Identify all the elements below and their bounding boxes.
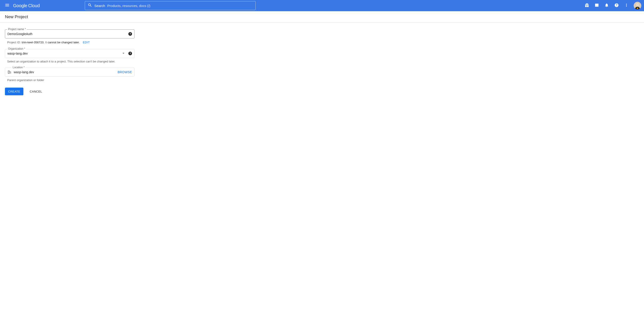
help-button[interactable] bbox=[612, 1, 621, 10]
search-icon bbox=[88, 3, 94, 8]
avatar-dot-shape bbox=[637, 8, 638, 9]
nav-menu-button[interactable] bbox=[3, 1, 12, 10]
location-input[interactable]: wasp-lang.dev BROWSE bbox=[5, 68, 134, 77]
chevron-down-icon bbox=[121, 51, 126, 56]
account-avatar[interactable] bbox=[634, 2, 641, 9]
edit-project-id-button[interactable]: EDIT bbox=[83, 41, 90, 44]
app-header: GoogleCloud Search Products, resources, … bbox=[0, 0, 644, 11]
location-label: Location * bbox=[12, 66, 26, 69]
organization-icon bbox=[8, 70, 12, 74]
project-id-dot: . bbox=[44, 41, 45, 44]
more-vert-icon bbox=[624, 3, 629, 8]
bell-icon bbox=[604, 3, 609, 8]
cancel-button[interactable]: CANCEL bbox=[26, 88, 45, 95]
search-wrap: Search Products, resources, docs (/) bbox=[85, 1, 256, 10]
form-buttons: CREATE CANCEL bbox=[5, 88, 134, 95]
organization-helper: Select an organization to attach it to a… bbox=[7, 60, 134, 63]
location-field: Location * wasp-lang.dev BROWSE bbox=[5, 68, 134, 77]
header-icons bbox=[582, 1, 641, 10]
project-name-label: Project name * bbox=[7, 28, 27, 31]
free-trial-button[interactable] bbox=[582, 1, 592, 10]
organization-value: wasp-lang.dev bbox=[8, 52, 121, 55]
location-helper: Parent organization or folder bbox=[7, 78, 134, 82]
project-name-field: Project name * DemoGoogleAuth ? bbox=[5, 29, 134, 38]
terminal-icon bbox=[594, 3, 599, 8]
gift-icon bbox=[585, 3, 589, 8]
project-name-value: DemoGoogleAuth bbox=[8, 32, 128, 36]
page-title: New Project bbox=[5, 14, 639, 19]
organization-field: Organization * wasp-lang.dev ? bbox=[5, 49, 134, 58]
page-header: New Project bbox=[0, 11, 644, 23]
help-icon bbox=[614, 3, 619, 8]
search-label: Search bbox=[94, 4, 105, 8]
cloud-shell-button[interactable] bbox=[592, 1, 601, 10]
logo[interactable]: GoogleCloud bbox=[13, 3, 40, 8]
logo-google-text: Google bbox=[13, 3, 27, 8]
location-value: wasp-lang.dev bbox=[14, 70, 118, 74]
notifications-button[interactable] bbox=[602, 1, 611, 10]
search-placeholder: Products, resources, docs (/) bbox=[107, 4, 150, 8]
organization-select[interactable]: wasp-lang.dev ? bbox=[5, 49, 134, 58]
help-icon[interactable]: ? bbox=[128, 32, 132, 36]
create-button[interactable]: CREATE bbox=[5, 88, 24, 95]
menu-icon bbox=[5, 3, 10, 8]
project-name-input[interactable]: DemoGoogleAuth ? bbox=[5, 29, 134, 38]
project-id-prefix: Project ID: bbox=[7, 41, 21, 44]
search-bar[interactable]: Search Products, resources, docs (/) bbox=[85, 1, 256, 10]
more-button[interactable] bbox=[622, 1, 631, 10]
project-id-cannot-change: cannot be changed later. bbox=[48, 41, 80, 44]
organization-label: Organization * bbox=[7, 47, 26, 50]
new-project-form: Project name * DemoGoogleAuth ? Project … bbox=[0, 23, 140, 95]
avatar-head-shape bbox=[636, 3, 639, 6]
project-id-it: It bbox=[45, 41, 48, 44]
browse-location-button[interactable]: BROWSE bbox=[118, 70, 132, 74]
project-id-value: trim-keel-356720 bbox=[22, 41, 44, 44]
help-icon[interactable]: ? bbox=[128, 52, 132, 55]
project-id-row: Project ID: trim-keel-356720. It cannot … bbox=[7, 41, 134, 44]
logo-cloud-text: Cloud bbox=[28, 3, 40, 8]
